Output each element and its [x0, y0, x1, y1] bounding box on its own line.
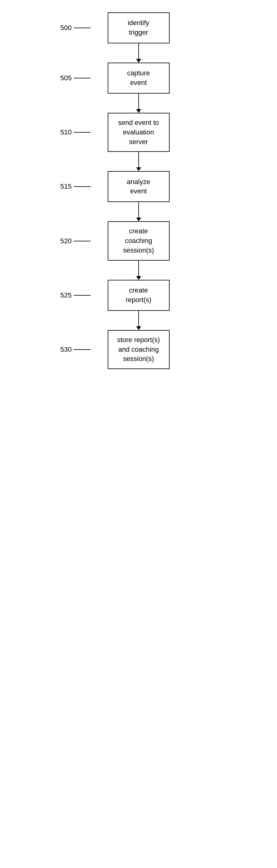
step-row-515: 515 analyze event: [0, 171, 277, 202]
step-label-520: 520: [60, 237, 72, 245]
connector-520-525: [136, 260, 141, 280]
step-row-525: 525 create report(s): [0, 280, 277, 311]
step-label-525: 525: [60, 291, 72, 299]
label-line-520: [74, 239, 91, 244]
step-label-500: 500: [60, 24, 72, 32]
step-wrapper-530: 530 store report(s) and coaching session…: [0, 330, 277, 369]
step-box-520: create coaching session(s): [108, 221, 170, 260]
step-box-500: identify trigger: [108, 12, 170, 43]
step-row-510: 510 send event to evaluation server: [0, 113, 277, 152]
step-wrapper-520: 520 create coaching session(s): [0, 221, 277, 280]
label-line-505: [74, 75, 91, 81]
step-box-530: store report(s) and coaching session(s): [108, 330, 170, 369]
label-line-515: [74, 184, 91, 189]
connector-500-505: [136, 43, 141, 63]
step-wrapper-525: 525 create report(s): [0, 280, 277, 330]
step-label-515: 515: [60, 183, 72, 191]
step-row-500: 500 identify trigger: [0, 12, 277, 43]
step-label-530: 530: [60, 345, 72, 353]
connector-510-515: [136, 152, 141, 171]
label-line-500: [74, 25, 91, 30]
connector-505-510: [136, 94, 141, 113]
step-box-515: analyze event: [108, 171, 170, 202]
label-line-530: [74, 347, 91, 352]
step-wrapper-505: 505 capture event: [0, 63, 277, 113]
step-row-530: 530 store report(s) and coaching session…: [0, 330, 277, 369]
step-row-505: 505 capture event: [0, 63, 277, 94]
step-wrapper-500: 500 identify trigger: [0, 12, 277, 63]
label-line-510: [74, 130, 91, 135]
connector-515-520: [136, 202, 141, 221]
step-label-505: 505: [60, 74, 72, 82]
label-line-525: [74, 293, 91, 298]
step-wrapper-510: 510 send event to evaluation server: [0, 113, 277, 171]
connector-525-530: [136, 311, 141, 330]
step-row-520: 520 create coaching session(s): [0, 221, 277, 260]
step-box-525: create report(s): [108, 280, 170, 311]
step-label-510: 510: [60, 128, 72, 136]
diagram-container: 500 identify trigger 505: [0, 0, 277, 868]
step-box-505: capture event: [108, 63, 170, 94]
step-wrapper-515: 515 analyze event: [0, 171, 277, 221]
step-box-510: send event to evaluation server: [108, 113, 170, 152]
